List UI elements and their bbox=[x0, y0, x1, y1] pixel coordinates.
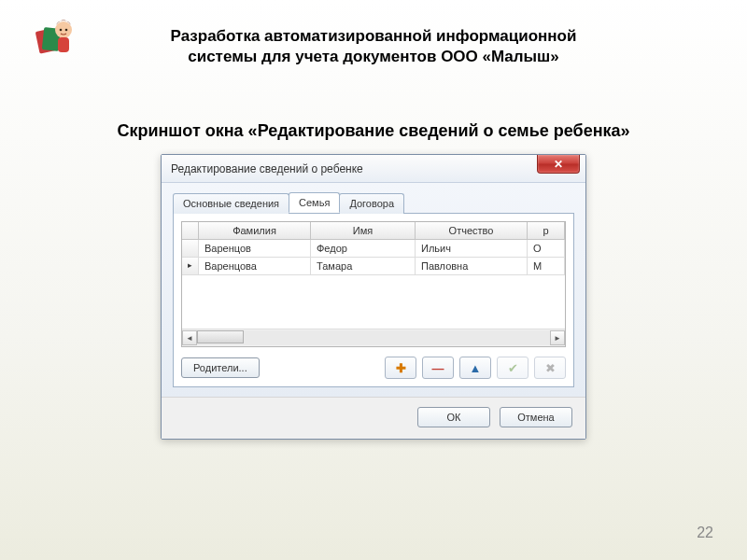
cell-extra[interactable]: М bbox=[528, 258, 565, 275]
col-patronymic[interactable]: Отчество bbox=[416, 222, 528, 240]
table-row[interactable]: ▸ Варенцова Тамара Павловна М bbox=[182, 258, 565, 275]
cell-name[interactable]: Тамара bbox=[311, 258, 416, 275]
svg-rect-5 bbox=[58, 37, 69, 52]
scroll-left-icon[interactable]: ◄ bbox=[182, 330, 197, 345]
dialog-body: Основные сведения Семья Договора Фамилия… bbox=[162, 183, 585, 397]
grid-empty-area[interactable] bbox=[182, 275, 565, 329]
col-name[interactable]: Имя bbox=[311, 222, 416, 240]
row-indicator: ▸ bbox=[182, 258, 199, 275]
close-icon: ✕ bbox=[554, 158, 563, 171]
delete-record-button[interactable]: — bbox=[422, 357, 454, 379]
titlebar[interactable]: Редактирование сведений о ребенке ✕ bbox=[162, 155, 585, 183]
window-title: Редактирование сведений о ребенке bbox=[171, 162, 363, 175]
cancel-button[interactable]: Отмена bbox=[500, 407, 572, 427]
row-indicator bbox=[182, 240, 199, 258]
grid-header: Фамилия Имя Отчество р bbox=[182, 222, 565, 240]
dialog-window: Редактирование сведений о ребенке ✕ Осно… bbox=[161, 154, 586, 440]
cell-surname[interactable]: Варенцова bbox=[199, 258, 311, 275]
col-surname[interactable]: Фамилия bbox=[199, 222, 311, 240]
slide-caption: Скриншот окна «Редактирование сведений о… bbox=[0, 121, 747, 141]
scroll-thumb[interactable] bbox=[197, 330, 244, 343]
horizontal-scrollbar[interactable]: ◄ ► bbox=[182, 329, 565, 346]
add-record-button[interactable]: ✚ bbox=[385, 357, 416, 379]
edit-icon: ▲ bbox=[470, 361, 482, 375]
tab-family[interactable]: Семья bbox=[289, 192, 340, 213]
tab-basic-info[interactable]: Основные сведения bbox=[173, 193, 289, 214]
col-indicator[interactable] bbox=[182, 222, 199, 240]
mascot-icon bbox=[32, 17, 78, 62]
close-button[interactable]: ✕ bbox=[537, 155, 580, 174]
parents-button[interactable]: Родители... bbox=[181, 357, 260, 378]
tab-panel-family: Фамилия Имя Отчество р Варенцов Федор Ил… bbox=[173, 213, 574, 387]
plus-icon: ✚ bbox=[396, 361, 406, 375]
grid-toolbar: Родители... ✚ — ▲ ✔ ✖ bbox=[181, 357, 566, 379]
svg-point-2 bbox=[55, 21, 72, 38]
cell-patronymic[interactable]: Павловна bbox=[416, 258, 528, 275]
cancel-edit-button[interactable]: ✖ bbox=[534, 357, 566, 379]
post-record-button[interactable]: ✔ bbox=[497, 357, 529, 379]
scroll-right-icon[interactable]: ► bbox=[550, 330, 565, 345]
edit-record-button[interactable]: ▲ bbox=[459, 357, 491, 379]
dialog-footer: ОК Отмена bbox=[162, 397, 585, 439]
col-extra[interactable]: р bbox=[528, 222, 565, 240]
tab-strip: Основные сведения Семья Договора bbox=[173, 192, 574, 213]
cell-surname[interactable]: Варенцов bbox=[199, 240, 311, 258]
table-row[interactable]: Варенцов Федор Ильич О bbox=[182, 240, 565, 258]
minus-icon: — bbox=[432, 361, 444, 375]
check-icon: ✔ bbox=[508, 361, 518, 375]
tab-contracts[interactable]: Договора bbox=[339, 193, 404, 214]
cell-name[interactable]: Федор bbox=[311, 240, 416, 258]
svg-point-3 bbox=[60, 29, 63, 32]
header-line-2: системы для учета документов ООО «Малыш» bbox=[188, 48, 559, 65]
svg-point-4 bbox=[65, 29, 68, 32]
x-icon: ✖ bbox=[545, 361, 556, 375]
header-line-1: Разработка автоматизированной информацио… bbox=[171, 27, 577, 45]
ok-button[interactable]: ОК bbox=[417, 407, 490, 427]
page-number: 22 bbox=[697, 525, 713, 541]
cell-patronymic[interactable]: Ильич bbox=[416, 240, 528, 258]
slide-header: Разработка автоматизированной информацио… bbox=[0, 0, 747, 67]
family-grid[interactable]: Фамилия Имя Отчество р Варенцов Федор Ил… bbox=[181, 221, 566, 347]
cell-extra[interactable]: О bbox=[528, 240, 565, 258]
scroll-track[interactable] bbox=[197, 330, 550, 345]
